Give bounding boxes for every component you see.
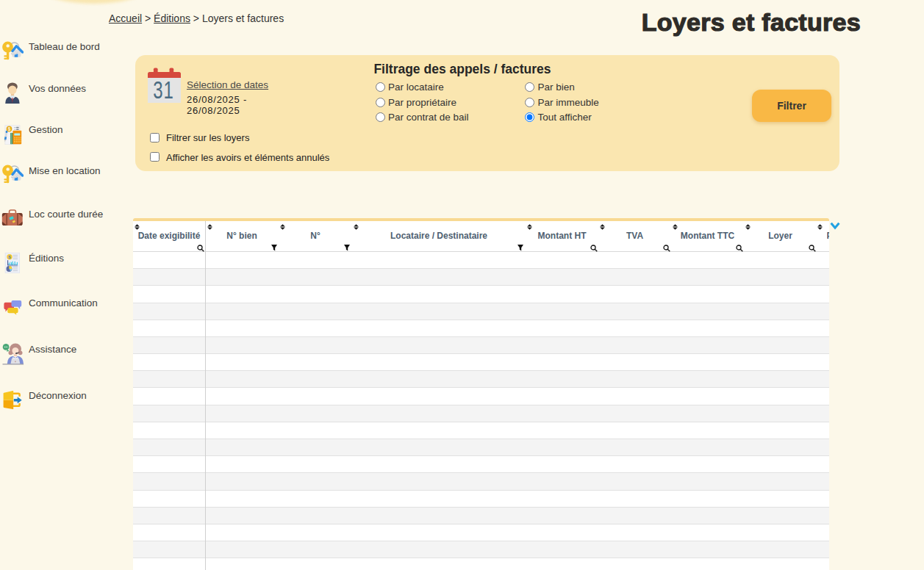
svg-text:31: 31 (153, 77, 174, 104)
svg-text:$: $ (8, 126, 11, 132)
